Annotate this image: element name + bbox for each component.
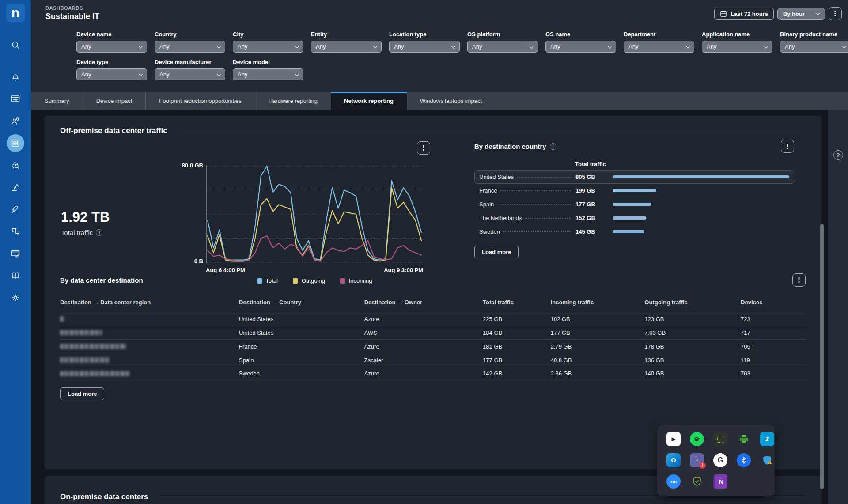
endpoint-protection-icon[interactable] <box>690 474 704 489</box>
traffic-bar <box>613 189 656 192</box>
teams-notification-icon[interactable]: T! <box>690 453 704 467</box>
dashboard-tab[interactable]: Network reporting <box>331 92 407 110</box>
notifications-bell-icon[interactable] <box>7 68 24 86</box>
zoom-icon[interactable]: zm <box>666 474 681 489</box>
table-row: France Azure 181 GB 2.79 GB 178 GB 705 <box>60 339 806 353</box>
owner-cell: Azure <box>364 316 483 322</box>
dashboards-grid-icon[interactable] <box>7 134 24 152</box>
column-header: Outgoing traffic <box>644 299 741 306</box>
sidebar: n <box>0 0 31 504</box>
traffic-chart-block: ⋮ 80.0 GB 0 B Aug 6 4:00 PM Aug 9 3:00 P… <box>179 140 435 258</box>
fingerprint-investigate-icon[interactable] <box>7 156 24 174</box>
filter-select[interactable]: Any <box>624 41 694 53</box>
total-traffic-cell: 177 GB <box>483 357 551 364</box>
print-manager-icon[interactable] <box>737 432 751 446</box>
filter-select[interactable]: Any <box>155 68 225 80</box>
country-name: Sweden <box>479 228 500 235</box>
filter-select[interactable]: Any <box>76 68 147 80</box>
design-ruler-icon[interactable] <box>7 245 24 262</box>
total-traffic-cell: 225 GB <box>483 316 551 322</box>
rocket-icon[interactable] <box>7 201 24 218</box>
chevron-down-icon <box>217 44 221 48</box>
nexthink-logo[interactable]: n <box>6 4 25 22</box>
app-window-icon[interactable]: ▶ <box>666 432 681 446</box>
traffic-bar <box>613 216 646 220</box>
greenshot-icon[interactable] <box>713 432 727 446</box>
outgoing-traffic-cell: 140 GB <box>644 370 741 377</box>
spotify-icon[interactable] <box>690 432 704 446</box>
legend-item[interactable]: Total <box>257 277 278 284</box>
owner-cell: Azure <box>364 370 483 377</box>
country-traffic-row[interactable]: United States 805 GB <box>474 170 794 184</box>
filter-select[interactable]: Any <box>467 41 538 53</box>
info-icon[interactable]: i <box>550 143 556 150</box>
filter: Device type Any <box>76 59 147 80</box>
filter-select[interactable]: Any <box>702 41 772 53</box>
panel-kebab-menu[interactable]: ⋮ <box>781 140 794 153</box>
chat-bubbles-icon[interactable] <box>7 223 24 240</box>
automation-robot-arm-icon[interactable] <box>7 178 24 196</box>
redacted-cell <box>60 371 130 376</box>
load-more-button[interactable]: Load more <box>60 387 104 400</box>
people-insights-icon[interactable] <box>7 112 24 130</box>
settings-gear-icon[interactable] <box>7 289 24 307</box>
dashboard-tab[interactable]: Hardware reporting <box>255 92 331 110</box>
onenote-icon[interactable]: N <box>713 474 727 489</box>
chevron-down-icon <box>608 44 612 48</box>
breadcrumb: DASHBOARDS <box>45 5 99 11</box>
legend-swatch <box>340 278 345 284</box>
chart-kebab-menu[interactable]: ⋮ <box>417 141 430 155</box>
dashboard-tab[interactable]: Device impact <box>83 92 146 110</box>
time-range-button[interactable]: Last 72 hours <box>714 8 774 20</box>
dotted-leader <box>525 218 571 219</box>
security-warning-icon[interactable] <box>760 453 774 467</box>
outlook-icon[interactable]: O <box>666 453 681 467</box>
chevron-down-icon <box>530 44 534 48</box>
vertical-scrollbar[interactable] <box>820 224 824 489</box>
filter-select[interactable]: Any <box>233 41 303 53</box>
dashboard-tab[interactable]: Footprint reduction opportunities <box>145 92 254 110</box>
legend-item[interactable]: Outgoing <box>293 277 325 284</box>
total-traffic-kpi: 1.92 TB <box>61 209 179 225</box>
total-traffic-cell: 181 GB <box>483 343 551 350</box>
search-icon[interactable] <box>7 36 24 54</box>
monitor-pulse-icon[interactable] <box>7 90 24 108</box>
chevron-down-icon <box>139 44 143 48</box>
filter-label: Device name <box>76 31 147 38</box>
owner-cell: Zscaler <box>364 357 483 364</box>
filter-select[interactable]: Any <box>76 41 147 53</box>
country-traffic-row[interactable]: Spain 177 GB <box>474 197 794 211</box>
dashboard-tab[interactable]: Summary <box>31 92 83 110</box>
filter-select[interactable]: Any <box>389 41 460 53</box>
outgoing-traffic-cell: 178 GB <box>644 343 741 350</box>
filter-select[interactable]: Any <box>233 68 303 80</box>
filter-label: OS name <box>545 31 616 38</box>
country-traffic-row[interactable]: The Netherlands 152 GB <box>474 211 794 225</box>
chevron-down-icon <box>139 72 143 76</box>
help-icon[interactable]: ? <box>833 150 843 160</box>
table-kebab-menu[interactable]: ⋮ <box>792 273 806 287</box>
country-name: United States <box>479 174 514 180</box>
notification-badge: ! <box>699 462 706 469</box>
load-more-button[interactable]: Load more <box>474 246 519 258</box>
country-traffic-row[interactable]: France 199 GB <box>474 184 794 197</box>
country-traffic-row[interactable]: Sweden 145 GB <box>474 225 794 239</box>
library-book-icon[interactable] <box>7 267 24 284</box>
legend-item[interactable]: Incoming <box>340 277 372 284</box>
bluetooth-icon[interactable] <box>737 453 751 467</box>
grammarly-icon[interactable]: G <box>713 453 727 467</box>
total-traffic-cell: 142 GB <box>483 370 551 377</box>
zscaler-icon[interactable]: z <box>760 432 774 446</box>
filter-select[interactable]: Any <box>545 41 616 53</box>
filter-select[interactable]: Any <box>780 41 848 53</box>
legend-swatch <box>293 278 298 284</box>
filter-label: Entity <box>311 31 382 38</box>
filter-select[interactable]: Any <box>155 41 225 53</box>
header-kebab-menu[interactable]: ⋮ <box>829 7 842 20</box>
chevron-down-icon <box>686 44 690 48</box>
info-icon[interactable]: i <box>96 229 102 236</box>
filter-select[interactable]: Any <box>311 41 382 53</box>
calendar-icon <box>720 10 727 17</box>
dashboard-tab[interactable]: Windows laptops impact <box>407 92 495 110</box>
granularity-select[interactable]: By hour <box>777 8 825 20</box>
